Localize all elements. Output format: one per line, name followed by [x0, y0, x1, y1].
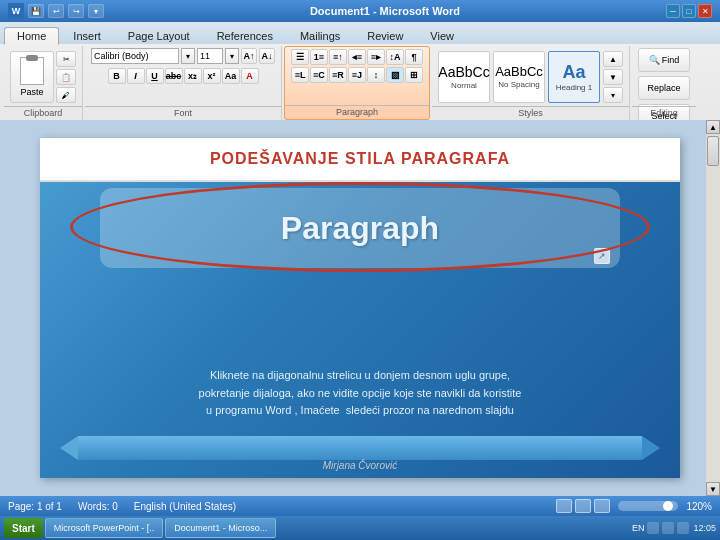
clock: 12:05 [693, 523, 716, 533]
vertical-scrollbar[interactable]: ▲ ▼ [706, 120, 720, 496]
paste-icon [20, 57, 44, 85]
quick-redo-btn[interactable]: ↪ [68, 4, 84, 18]
clipboard-label: Clipboard [4, 106, 82, 118]
ribbon-tab-bar: Home Insert Page Layout References Maili… [0, 22, 720, 44]
quick-save-btn[interactable]: 💾 [28, 4, 44, 18]
taskbar-word[interactable]: Document1 - Microso... [165, 518, 276, 538]
replace-label: Replace [647, 83, 680, 93]
font-size-input[interactable]: 11 [197, 48, 223, 64]
system-tray: EN [632, 522, 690, 534]
find-label: Find [662, 55, 680, 65]
align-left-button[interactable]: ≡L [291, 67, 309, 83]
tab-mailings[interactable]: Mailings [287, 27, 353, 44]
zoom-slider[interactable] [618, 501, 678, 511]
paste-label: Paste [20, 87, 43, 97]
ribbon-group-editing: 🔍 Find Replace Select Editing [632, 46, 696, 120]
clear-format-button[interactable]: Aa [222, 68, 240, 84]
close-button[interactable]: ✕ [698, 4, 712, 18]
tray-icon-2 [662, 522, 674, 534]
increase-indent-button[interactable]: ≡▸ [367, 49, 385, 65]
styles-more[interactable]: ▾ [603, 87, 623, 103]
start-button[interactable]: Start [4, 518, 43, 538]
align-center-button[interactable]: ≡C [310, 67, 328, 83]
sort-button[interactable]: ↕A [386, 49, 404, 65]
quick-dropdown-btn[interactable]: ▾ [88, 4, 104, 18]
taskbar-right: EN 12:05 [632, 522, 716, 534]
italic-button[interactable]: I [127, 68, 145, 84]
style-normal[interactable]: AaBbCc Normal [438, 51, 490, 103]
zoom-thumb[interactable] [663, 501, 673, 511]
page-status: Page: 1 of 1 [8, 501, 62, 512]
font-name-input[interactable]: Calibri (Body) [91, 48, 179, 64]
shrink-font-button[interactable]: A↓ [259, 48, 275, 64]
taskbar-powerpoint[interactable]: Microsoft PowerPoint - [.. [45, 518, 164, 538]
numbering-button[interactable]: 1≡ [310, 49, 328, 65]
bullets-button[interactable]: ☰ [291, 49, 309, 65]
styles-scroll: ▲ ▼ ▾ [603, 51, 623, 103]
bold-button[interactable]: B [108, 68, 126, 84]
underline-button[interactable]: U [146, 68, 164, 84]
ribbon-group-clipboard: Paste ✂ 📋 🖌 Clipboard [4, 46, 83, 120]
zoom-level: 120% [686, 501, 712, 512]
words-status: Words: 0 [78, 501, 118, 512]
style-no-spacing[interactable]: AaBbCc No Spacing [493, 51, 545, 103]
strikethrough-button[interactable]: abc [165, 68, 183, 84]
tab-page-layout[interactable]: Page Layout [115, 27, 203, 44]
tab-view[interactable]: View [417, 27, 467, 44]
align-right-button[interactable]: ≡R [329, 67, 347, 83]
font-name-dropdown[interactable]: ▾ [181, 48, 195, 64]
find-icon: 🔍 [649, 55, 660, 65]
presenter-text: Mirjana Čvorović [323, 460, 397, 471]
paste-button[interactable]: Paste [10, 51, 54, 103]
scroll-up-button[interactable]: ▲ [706, 120, 720, 134]
find-button[interactable]: 🔍 Find [638, 48, 690, 72]
styles-scroll-up[interactable]: ▲ [603, 51, 623, 67]
title-bar: W 💾 ↩ ↪ ▾ Document1 - Microsoft Word ─ □… [0, 0, 720, 22]
tab-home[interactable]: Home [4, 27, 59, 45]
maximize-button[interactable]: □ [682, 4, 696, 18]
web-view-btn[interactable] [594, 499, 610, 513]
presenter-area: Mirjana Čvorović [40, 455, 680, 473]
tab-insert[interactable]: Insert [60, 27, 114, 44]
slide-title-area: PODEŠAVANJE STILA PARAGRAFA [40, 138, 680, 182]
show-marks-button[interactable]: ¶ [405, 49, 423, 65]
scroll-thumb[interactable] [707, 136, 719, 166]
scroll-down-button[interactable]: ▼ [706, 482, 720, 496]
superscript-button[interactable]: x² [203, 68, 221, 84]
style-no-spacing-label: No Spacing [498, 80, 539, 89]
justify-button[interactable]: ≡J [348, 67, 366, 83]
copy-button[interactable]: 📋 [56, 69, 76, 85]
subscript-button[interactable]: x₂ [184, 68, 202, 84]
replace-button[interactable]: Replace [638, 76, 690, 100]
shading-button[interactable]: ▧ [386, 67, 404, 83]
view-buttons [556, 499, 610, 513]
tab-review[interactable]: Review [354, 27, 416, 44]
style-heading1[interactable]: Aa Heading 1 [548, 51, 600, 103]
quick-undo-btn[interactable]: ↩ [48, 4, 64, 18]
styles-scroll-down[interactable]: ▼ [603, 69, 623, 85]
grow-font-button[interactable]: A↑ [241, 48, 257, 64]
red-oval-highlight [70, 182, 650, 272]
cut-button[interactable]: ✂ [56, 51, 76, 67]
window-title: Document1 - Microsoft Word [104, 5, 666, 17]
style-heading1-label: Heading 1 [556, 83, 592, 92]
tray-icon-1 [647, 522, 659, 534]
tab-references[interactable]: References [204, 27, 286, 44]
borders-button[interactable]: ⊞ [405, 67, 423, 83]
clipboard-small-buttons: ✂ 📋 🖌 [56, 51, 76, 103]
scroll-track[interactable] [706, 134, 720, 482]
slide-title: PODEŠAVANJE STILA PARAGRAFA [210, 150, 510, 168]
font-size-dropdown[interactable]: ▾ [225, 48, 239, 64]
decrease-indent-button[interactable]: ◂≡ [348, 49, 366, 65]
ribbon: Home Insert Page Layout References Maili… [0, 22, 720, 123]
print-view-btn[interactable] [556, 499, 572, 513]
multilevel-button[interactable]: ≡↑ [329, 49, 347, 65]
line-spacing-button[interactable]: ↕ [367, 67, 385, 83]
ribbon-group-styles: AaBbCc Normal AaBbCc No Spacing Aa Headi… [432, 46, 630, 120]
status-right: 120% [556, 499, 712, 513]
format-painter-button[interactable]: 🖌 [56, 87, 76, 103]
slide-body-text: Kliknete na dijagonalnu strelicu u donje… [80, 367, 640, 420]
full-read-view-btn[interactable] [575, 499, 591, 513]
font-color-button[interactable]: A [241, 68, 259, 84]
minimize-button[interactable]: ─ [666, 4, 680, 18]
